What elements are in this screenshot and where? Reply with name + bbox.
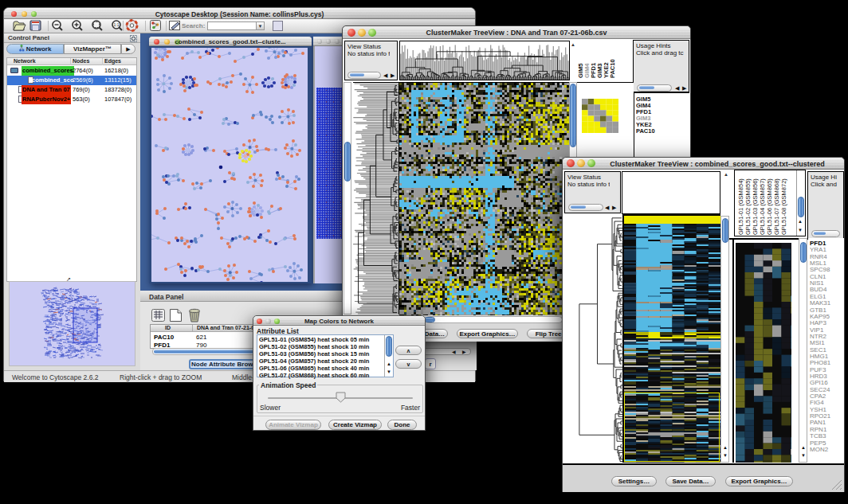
svg-text:GPL51-03 (GSM856): GPL51-03 (GSM856) xyxy=(752,178,759,235)
svg-text:GPL51-04 (GSM857): GPL51-04 (GSM857) xyxy=(759,178,766,235)
svg-text:PAC10: PAC10 xyxy=(609,59,616,78)
svg-text:GPL51-08 (GSM872): GPL51-08 (GSM872) xyxy=(780,178,787,235)
svg-text:GPL51-01 (GSM854): GPL51-01 (GSM854) xyxy=(737,178,744,235)
svg-text:GPL51-06 (GSM865): GPL51-06 (GSM865) xyxy=(766,178,773,235)
svg-text:GPL51-02 (GSM855): GPL51-02 (GSM855) xyxy=(744,178,752,235)
svg-text:1:1: 1:1 xyxy=(114,22,120,27)
svg-text:GPL51-07 (GSM868): GPL51-07 (GSM868) xyxy=(773,178,780,235)
